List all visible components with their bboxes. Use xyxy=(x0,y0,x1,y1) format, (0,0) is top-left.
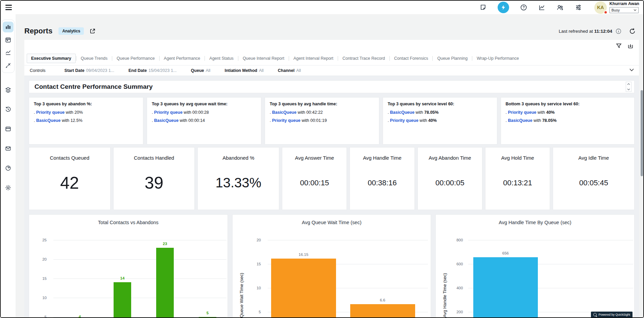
external-link-icon[interactable] xyxy=(89,28,96,34)
kpi-title: Contacts Queued xyxy=(50,155,89,161)
sidebar-item-history[interactable] xyxy=(3,104,14,115)
analytics-badge[interactable]: Analytics xyxy=(58,27,84,35)
queue-link[interactable]: BasicQueue xyxy=(36,118,61,123)
controls-collapse-icon[interactable] xyxy=(629,68,634,72)
queue-link[interactable]: Priority queue xyxy=(272,118,301,123)
dashboard-sheet: Contact Centre Performance Summary Top 3… xyxy=(24,76,639,318)
gridline xyxy=(53,279,226,279)
sidebar-item-pie-chart[interactable] xyxy=(3,163,14,174)
flash-icon[interactable] xyxy=(498,2,509,13)
sheet-scroll-spinner[interactable] xyxy=(626,82,631,92)
sidebar-item-gear[interactable] xyxy=(3,182,14,193)
vertical-scrollbar[interactable] xyxy=(641,90,643,176)
tab-queue-trends[interactable]: Queue Trends xyxy=(77,54,112,63)
filter-value: 15/04/2023 1... xyxy=(148,68,176,73)
insight-value: 40% xyxy=(546,110,555,115)
tab-wrap-up-performance[interactable]: Wrap-Up Performance xyxy=(473,54,523,63)
y-tick: 10 xyxy=(233,286,261,290)
note-icon[interactable] xyxy=(479,4,487,11)
filter-queue[interactable]: QueueAll xyxy=(191,68,211,73)
tab-agent-performance[interactable]: Agent Performance xyxy=(160,54,205,63)
users-icon[interactable] xyxy=(556,4,564,11)
insight-card: Top 3 queues by abandon %:. Priority que… xyxy=(29,97,143,144)
tab-contact-forensics[interactable]: Contact Forensics xyxy=(390,54,432,63)
bar[interactable] xyxy=(473,257,538,318)
tab-divider xyxy=(432,56,433,61)
user-cluster: KA Khurram Awan Busy xyxy=(594,1,639,14)
bar[interactable] xyxy=(156,248,174,318)
settings-sliders-icon[interactable] xyxy=(575,4,582,11)
filter-value: All xyxy=(206,68,211,73)
tab-divider xyxy=(338,56,338,61)
tab-agent-interval-report[interactable]: Agent Interval Report xyxy=(289,54,337,63)
powered-by-quicksight-badge: Powered by QuickSight xyxy=(591,312,633,318)
sidebar-item-line-chart[interactable] xyxy=(3,47,14,58)
controls-label: Controls xyxy=(30,68,46,73)
tab-queue-planning[interactable]: Queue Planning xyxy=(433,54,472,63)
status-dot xyxy=(604,10,607,14)
tab-queue-interval-report[interactable]: Queue Interval Report xyxy=(239,54,288,63)
chart-total-contacts-vs-abandons: Total Contacts vs Abandons25201510541432… xyxy=(29,214,228,318)
filter-intiation-method[interactable]: Intiation MethodAll xyxy=(224,68,263,73)
powered-by-text: Powered by QuickSight xyxy=(598,313,630,316)
tab-queue-performance[interactable]: Queue Performance xyxy=(113,54,159,63)
bar[interactable] xyxy=(350,304,415,318)
queue-link[interactable]: Priority queue xyxy=(390,118,419,123)
chart-avg-handle-time-by-queue-sec-: Avg Handle Time By Queue (sec)8006004002… xyxy=(435,214,635,318)
kpi-title: Avg Idle Time xyxy=(578,155,609,161)
queue-link[interactable]: Priority queue xyxy=(36,110,65,115)
kpi-value: 39 xyxy=(145,161,164,210)
metrics-icon[interactable] xyxy=(538,4,546,11)
chart-title: Avg Handle Time By Queue (sec) xyxy=(436,220,634,225)
insight-line: . Priority queue with 40% xyxy=(506,110,630,115)
insight-line: . BasicQueue with 78.05% xyxy=(388,110,492,115)
summary-heading-card: Contact Centre Performance Summary xyxy=(29,80,635,93)
kpi-card-avg-abandon-time: Avg Abandon Time 00:00:05 xyxy=(418,147,482,210)
filter-value: 09/04/2023 1... xyxy=(86,68,114,73)
top3-cards: Top 3 queues by abandon %:. Priority que… xyxy=(29,97,635,144)
tab-executive-summary[interactable]: Executive Summary xyxy=(27,54,76,63)
refresh-icon[interactable] xyxy=(629,28,636,35)
help-icon[interactable] xyxy=(520,4,527,11)
export-download-icon[interactable] xyxy=(627,43,634,49)
menu-icon[interactable] xyxy=(5,5,12,10)
sidebar-item-bar-chart[interactable] xyxy=(3,22,14,32)
filter-value: All xyxy=(296,68,301,73)
queue-link[interactable]: Priority queue xyxy=(154,110,183,115)
kpi-value: 13.33% xyxy=(216,161,262,210)
y-tick: 600 xyxy=(436,262,463,266)
tab-divider xyxy=(389,56,390,61)
bar-chart-icon xyxy=(5,24,11,30)
insight-line: . Priority queue with 00:01:19 xyxy=(270,118,374,123)
queue-link[interactable]: BasicQueue xyxy=(508,118,532,123)
bar[interactable] xyxy=(271,259,336,318)
tab-contract-trace-record[interactable]: Contract Trace Record xyxy=(338,54,389,63)
filter-start-date[interactable]: Start Date09/04/2023 1... xyxy=(65,68,114,73)
y-tick: 5 xyxy=(233,310,261,314)
sidebar-item-calendar[interactable] xyxy=(3,34,14,45)
status-select[interactable]: Busy xyxy=(610,7,639,13)
bar[interactable] xyxy=(114,282,131,318)
filter-end-date[interactable]: End Date15/04/2023 1... xyxy=(128,68,177,73)
page-header: Reports Analytics Last refreshed at 11:1… xyxy=(16,14,643,40)
queue-link[interactable]: BasicQueue xyxy=(272,110,296,115)
topbar: KA Khurram Awan Busy xyxy=(1,1,643,14)
info-icon[interactable] xyxy=(616,28,621,34)
sidebar-item-mail[interactable] xyxy=(3,143,14,154)
sidebar-item-window[interactable] xyxy=(3,124,14,134)
sidebar-item-design-brush[interactable] xyxy=(3,60,14,71)
sidebar-item-layers[interactable] xyxy=(3,84,14,95)
history-icon xyxy=(5,106,11,113)
sidebar-icon-group xyxy=(2,20,15,73)
tab-divider xyxy=(205,56,205,61)
sidebar xyxy=(1,14,16,318)
tab-agent-status[interactable]: Agent Status xyxy=(205,54,238,63)
y-axis-label: Queue Wait Time (sec) xyxy=(239,241,244,318)
tab-divider xyxy=(159,56,160,61)
queue-link[interactable]: BasicQueue xyxy=(390,110,414,115)
insight-line: . Priority queue with 00:00:28 xyxy=(152,110,256,115)
queue-link[interactable]: BasicQueue xyxy=(154,118,178,123)
filter-icon[interactable] xyxy=(616,43,622,49)
filter-channel[interactable]: ChannelAll xyxy=(278,68,301,73)
queue-link[interactable]: Priority queue xyxy=(508,110,536,115)
